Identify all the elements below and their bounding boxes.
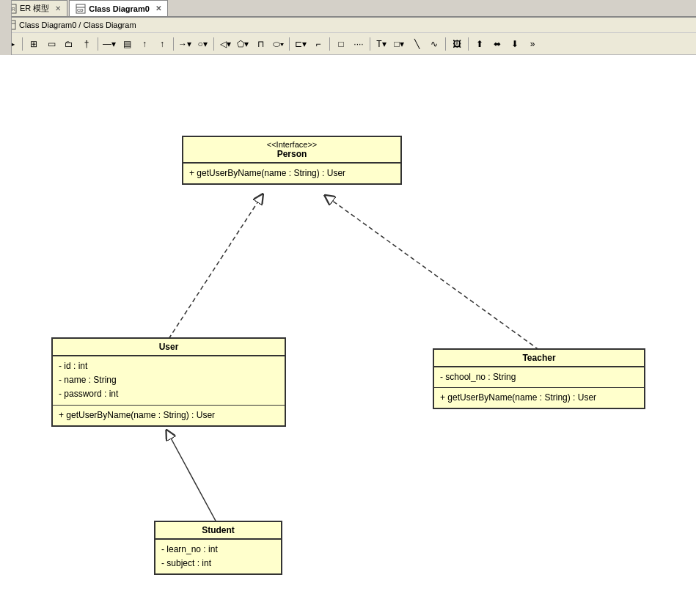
class-user-method-1: + getUserByName(name : String) : User: [59, 408, 279, 422]
canvas-wrapper[interactable]: <<Interface>> Person + getUserByName(nam…: [0, 55, 696, 616]
class-person-name: Person: [189, 149, 395, 159]
class-user-header: User: [53, 339, 285, 356]
arrow-person-teacher: [329, 198, 539, 350]
tool-diag[interactable]: ╲: [409, 36, 425, 52]
tab-class-label: Class Diagram0: [89, 4, 150, 13]
tab-class[interactable]: CD Class Diagram0 ✕: [69, 0, 168, 16]
tool-image[interactable]: 🖼: [449, 36, 465, 52]
separator-3: [173, 37, 174, 51]
class-user-attributes: - id : int - name : String - password : …: [53, 356, 285, 406]
separator-6: [329, 37, 330, 51]
tab-er-label: ER 模型: [20, 3, 49, 14]
class-person-stereotype: <<Interface>>: [189, 140, 395, 149]
tool-arrow[interactable]: →▾: [177, 36, 193, 52]
tool-up1[interactable]: ↑: [136, 36, 153, 52]
class-student-attr-2: - subject : int: [161, 557, 275, 571]
tab-er-close[interactable]: ✕: [55, 4, 61, 12]
class-person-methods: + getUserByName(name : String) : User: [183, 164, 400, 183]
class-icon: CD: [76, 4, 86, 14]
class-person[interactable]: <<Interface>> Person + getUserByName(nam…: [182, 136, 402, 185]
arrow-student-user: [169, 434, 216, 522]
separator-9: [468, 37, 469, 51]
separator-7: [370, 37, 370, 51]
breadcrumb-text: Class Diagram0 / Class Diagram: [19, 21, 136, 29]
breadcrumb: Class Diagram0 / Class Diagram: [0, 18, 696, 33]
class-teacher-attributes: - school_no : String: [434, 367, 644, 388]
svg-text:CD: CD: [77, 8, 84, 12]
class-teacher-name: Teacher: [440, 353, 638, 363]
tool-folder[interactable]: 🗀: [61, 36, 77, 52]
class-person-header: <<Interface>> Person: [183, 137, 400, 164]
tool-line[interactable]: —▾: [101, 36, 117, 52]
class-user-attr-1: - id : int: [59, 359, 279, 373]
class-teacher-header: Teacher: [434, 350, 644, 367]
tool-stack[interactable]: ▤: [119, 36, 135, 52]
tool-pin[interactable]: †: [78, 36, 95, 52]
tool-union[interactable]: ⊓: [252, 36, 268, 52]
arrow-person-user: [169, 198, 260, 339]
tool-table[interactable]: ⊞: [26, 36, 42, 52]
class-user-attr-3: - password : int: [59, 387, 279, 401]
class-student-attr-1: - learn_no : int: [161, 543, 275, 557]
tool-box[interactable]: ▭: [43, 36, 59, 52]
toolbar: ▶ ⊞ ▭ 🗀 † —▾ ▤ ↑ ↑ →▾ ○▾ ◁▾ ⬠▾ ⊓ ⬭▾ ⊏▾ ⌐…: [0, 33, 696, 55]
tool-curve[interactable]: ∿: [426, 36, 442, 52]
tool-more[interactable]: »: [524, 36, 541, 52]
class-user-methods: + getUserByName(name : String) : User: [53, 406, 285, 425]
class-student-attributes: - learn_no : int - subject : int: [155, 540, 281, 573]
separator-5: [289, 37, 290, 51]
diagram-canvas: <<Interface>> Person + getUserByName(nam…: [0, 55, 696, 616]
separator-8: [445, 37, 446, 51]
class-teacher-method-1: + getUserByName(name : String) : User: [440, 391, 638, 405]
tool-up2[interactable]: ↑: [154, 36, 170, 52]
main-layout: <<Interface>> Person + getUserByName(nam…: [0, 55, 696, 616]
tab-class-close[interactable]: ✕: [155, 4, 161, 12]
separator-2: [98, 37, 98, 51]
tool-lshape[interactable]: ⌐: [310, 36, 326, 52]
class-user-attr-2: - name : String: [59, 373, 279, 387]
tool-align-center[interactable]: ⬌: [489, 36, 505, 52]
class-user-name: User: [59, 342, 279, 352]
tool-align-top[interactable]: ⬆: [472, 36, 488, 52]
tool-pentagon[interactable]: ⬠▾: [235, 36, 251, 52]
tab-bar: ER ER 模型 ✕ CD Class Diagram0 ✕: [0, 0, 696, 18]
tool-oval[interactable]: ⬭▾: [270, 36, 286, 52]
tool-box2[interactable]: □: [333, 36, 349, 52]
tool-align-bottom[interactable]: ⬇: [507, 36, 523, 52]
tool-connector[interactable]: ⊏▾: [293, 36, 309, 52]
tool-circle-small[interactable]: ○▾: [194, 36, 210, 52]
class-student-name: Student: [161, 525, 275, 535]
class-person-method-1: + getUserByName(name : String) : User: [189, 166, 395, 180]
separator-4: [213, 37, 214, 51]
separator-1: [22, 37, 23, 51]
class-user[interactable]: User - id : int - name : String - passwo…: [51, 337, 286, 427]
tool-angle[interactable]: ◁▾: [217, 36, 233, 52]
class-student[interactable]: Student - learn_no : int - subject : int: [154, 521, 282, 575]
class-teacher-methods: + getUserByName(name : String) : User: [434, 388, 644, 408]
tool-rect[interactable]: □▾: [391, 36, 407, 52]
tool-text[interactable]: T▾: [373, 36, 389, 52]
class-student-header: Student: [155, 522, 281, 540]
class-teacher-attr-1: - school_no : String: [440, 370, 638, 384]
tool-dots[interactable]: ····: [351, 36, 367, 52]
class-teacher[interactable]: Teacher - school_no : String + getUserBy…: [433, 348, 645, 409]
